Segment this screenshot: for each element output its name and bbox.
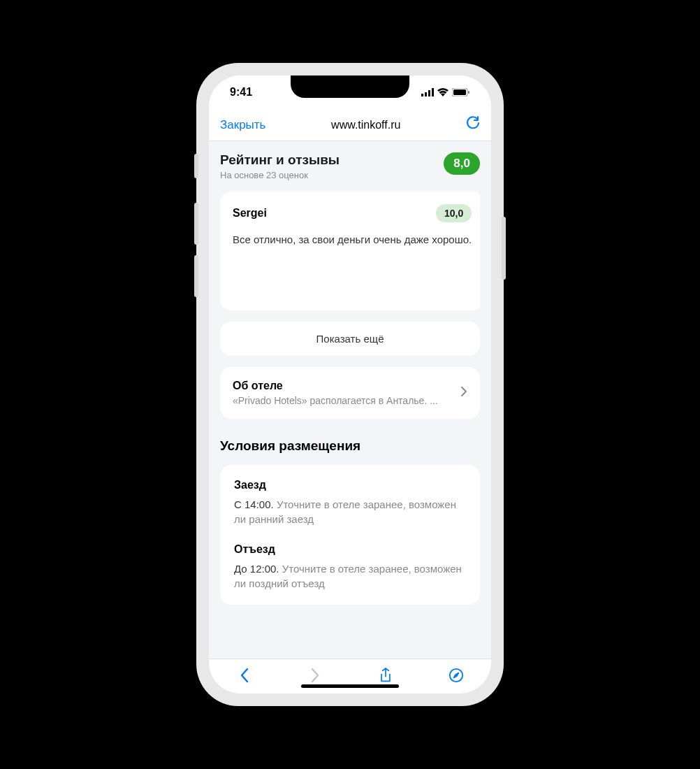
chevron-right-icon — [460, 386, 467, 400]
home-indicator[interactable] — [301, 684, 399, 688]
volume-up-button — [194, 203, 198, 245]
back-button[interactable] — [237, 668, 252, 686]
review-text: Все отлично, за свои деньги очень даже х… — [233, 232, 472, 247]
share-button[interactable] — [378, 668, 393, 686]
about-desc: «Privado Hotels» располагается в Анталье… — [233, 395, 455, 406]
review-score: 10,0 — [436, 204, 472, 222]
share-icon — [378, 668, 393, 683]
show-more-button[interactable]: Показать ещё — [220, 322, 480, 356]
reload-icon — [466, 116, 480, 131]
svg-rect-0 — [421, 94, 423, 96]
checkin-text: С 14:00. Уточните в отеле заранее, возмо… — [234, 497, 466, 526]
power-button — [502, 217, 506, 280]
notch — [291, 76, 409, 98]
review-author: Sergei — [233, 207, 267, 220]
signal-icon — [421, 88, 434, 96]
svg-rect-3 — [432, 88, 434, 96]
conditions-card: Заезд С 14:00. Уточните в отеле заранее,… — [220, 465, 480, 605]
safari-icon — [449, 668, 464, 683]
checkin-label: Заезд — [234, 479, 466, 491]
browser-toolbar — [209, 659, 491, 693]
url-text: www.tinkoff.ru — [331, 119, 400, 131]
rating-header: Рейтинг и отзывы На основе 23 оценок 8,0 — [220, 152, 480, 180]
content-area[interactable]: Рейтинг и отзывы На основе 23 оценок 8,0… — [209, 141, 491, 659]
svg-rect-2 — [428, 90, 430, 96]
about-title: Об отеле — [233, 380, 455, 392]
svg-rect-6 — [468, 91, 469, 94]
status-time: 9:41 — [230, 86, 252, 99]
review-card[interactable]: Sergei 10,0 Все отлично, за свои деньги … — [220, 192, 480, 310]
rating-subtitle: На основе 23 оценок — [220, 170, 340, 180]
conditions-title: Условия размещения — [220, 438, 480, 454]
checkout-item: Отъезд До 12:00. Уточните в отеле заране… — [234, 543, 466, 591]
screen: 9:41 Закрыть www.tinkoff.ru Рейтинг и от… — [209, 76, 491, 693]
mute-switch — [194, 154, 198, 178]
svg-rect-5 — [453, 89, 466, 95]
phone-frame: 9:41 Закрыть www.tinkoff.ru Рейтинг и от… — [196, 63, 504, 706]
reload-button[interactable] — [466, 116, 480, 134]
checkin-item: Заезд С 14:00. Уточните в отеле заранее,… — [234, 479, 466, 526]
status-icons — [421, 88, 470, 96]
safari-button[interactable] — [449, 668, 464, 686]
browser-header: Закрыть www.tinkoff.ru — [209, 109, 491, 141]
wifi-icon — [437, 88, 449, 96]
svg-rect-1 — [425, 92, 427, 96]
volume-down-button — [194, 255, 198, 297]
checkout-label: Отъезд — [234, 543, 466, 556]
forward-button[interactable] — [307, 668, 323, 686]
close-button[interactable]: Закрыть — [220, 118, 265, 132]
battery-icon — [452, 88, 470, 96]
forward-icon — [307, 668, 323, 683]
rating-title: Рейтинг и отзывы — [220, 152, 340, 168]
rating-badge: 8,0 — [444, 152, 480, 175]
back-icon — [237, 668, 252, 683]
about-hotel-card[interactable]: Об отеле «Privado Hotels» располагается … — [220, 367, 480, 419]
reviews-row[interactable]: Sergei 10,0 Все отлично, за свои деньги … — [220, 192, 480, 310]
checkout-text: До 12:00. Уточните в отеле заранее, возм… — [234, 561, 466, 591]
